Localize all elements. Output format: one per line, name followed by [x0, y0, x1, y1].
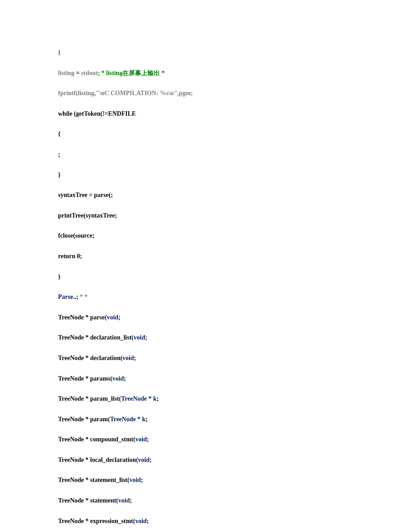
- code-line: TreeNode * compound_stmt(void;: [58, 435, 353, 444]
- code-token: Parse.: [58, 293, 75, 300]
- code-token: TreeNode * declaration_list: [58, 334, 131, 341]
- code-token: ;: [58, 151, 60, 158]
- code-token: stdout: [81, 70, 98, 76]
- code-token: TreeNode * declaration: [58, 355, 120, 361]
- code-token: TreeNode * param: [58, 416, 108, 423]
- code-line: TreeNode * param(TreeNode * k;: [58, 415, 353, 424]
- code-token: ;: [118, 314, 121, 321]
- code-token: ;: [124, 375, 126, 382]
- code-token: (void: [120, 355, 134, 361]
- code-token: TreeNode * local_declaration: [58, 457, 136, 463]
- code-token: ;: [147, 518, 149, 524]
- code-token: listing: [58, 70, 76, 76]
- code-line: fprintf(listing,"\nC COMPILATION: %s\n",…: [58, 89, 353, 98]
- code-token: =: [76, 70, 81, 76]
- code-token: (void: [116, 497, 130, 504]
- code-token: TreeNode * params: [58, 375, 110, 382]
- code-line: TreeNode * statement_list(void;: [58, 476, 353, 485]
- code-token: TreeNode * expression_stmt: [58, 518, 133, 524]
- code-line: }: [58, 48, 353, 57]
- code-line: ;: [58, 150, 353, 159]
- code-line: while (getToken(!=ENDFILE: [58, 109, 353, 118]
- code-line: TreeNode * param_list(TreeNode * k;: [58, 394, 353, 403]
- code-token: TreeNode * statement_list: [58, 477, 127, 483]
- code-token: (void: [136, 457, 149, 463]
- code-line: TreeNode * expression_stmt(void;: [58, 517, 353, 526]
- code-token: TreeNode * parse: [58, 314, 105, 321]
- code-token: ;: [157, 395, 159, 402]
- code-line: TreeNode * declaration_list(void;: [58, 333, 353, 342]
- code-token: }: [58, 273, 61, 280]
- code-line: printTree(syntaxTree;: [58, 211, 353, 220]
- code-line: TreeNode * declaration(void;: [58, 354, 353, 363]
- code-line: {: [58, 130, 353, 138]
- code-line: TreeNode * params(void;: [58, 374, 353, 383]
- code-token: .;: [75, 293, 80, 300]
- code-line: Parse..; * *: [58, 293, 353, 302]
- code-token: (void: [133, 518, 147, 524]
- code-line: listing = stdout; * listing在屏幕上输出 *: [58, 69, 353, 78]
- code-token: TreeNode * param_list: [58, 395, 119, 402]
- code-line: TreeNode * parse(void;: [58, 313, 353, 322]
- code-token: (void: [127, 477, 141, 483]
- code-token: TreeNode * compound_stmt: [58, 436, 133, 443]
- code-token: (TreeNode * k: [119, 395, 156, 402]
- code-token: fclose(source;: [58, 232, 94, 239]
- code-token: (void: [133, 436, 147, 443]
- code-line: }: [58, 171, 353, 180]
- code-token: (void: [105, 314, 118, 321]
- code-line: TreeNode * statement(void;: [58, 496, 353, 505]
- code-token: ; * listing在屏幕上输出 *: [98, 70, 165, 76]
- code-token: fprintf(listing,"\nC COMPILATION: %s\n",…: [58, 90, 193, 96]
- code-token: TreeNode * statement: [58, 497, 116, 504]
- code-token: while (getToken(!=ENDFILE: [58, 110, 136, 117]
- code-token: * *: [80, 293, 88, 300]
- code-line: }: [58, 272, 353, 281]
- code-token: ;: [130, 497, 132, 504]
- code-token: printTree(syntaxTree;: [58, 212, 117, 219]
- code-token: ;: [145, 334, 147, 341]
- code-token: (void: [110, 375, 124, 382]
- code-token: ;: [147, 436, 149, 443]
- code-line: syntaxTree = parse(;: [58, 191, 353, 200]
- code-token: ;: [150, 457, 152, 463]
- code-line: TreeNode * local_declaration(void;: [58, 456, 353, 465]
- code-token: }: [58, 49, 61, 56]
- code-token: syntaxTree = parse(;: [58, 192, 113, 198]
- code-token: ;: [146, 416, 148, 423]
- code-token: }: [58, 172, 61, 178]
- code-line: fclose(source;: [58, 231, 353, 240]
- code-token: return 0;: [58, 253, 82, 260]
- code-document: }listing = stdout; * listing在屏幕上输出 *fpri…: [58, 48, 353, 525]
- code-token: ;: [134, 355, 136, 361]
- code-token: (void: [131, 334, 145, 341]
- code-token: (TreeNode * k: [108, 416, 145, 423]
- code-token: {: [58, 130, 61, 137]
- code-token: ;: [141, 477, 143, 483]
- code-line: return 0;: [58, 252, 353, 261]
